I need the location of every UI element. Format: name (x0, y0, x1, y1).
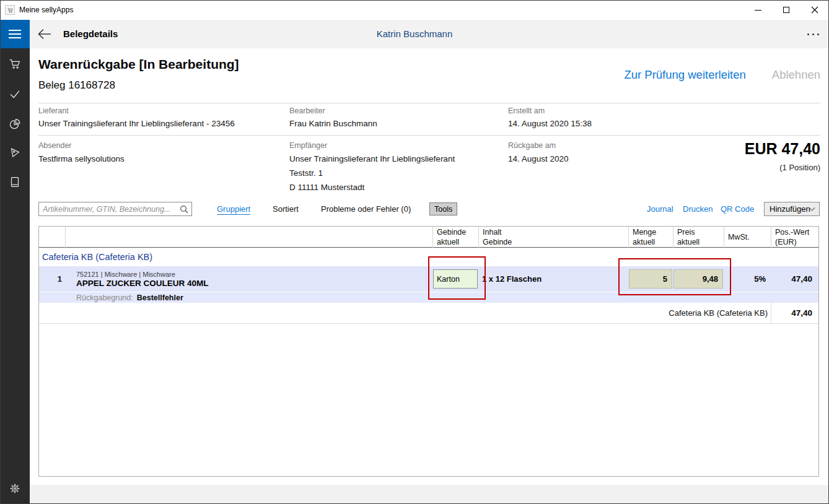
page-title: Belegdetails (63, 20, 118, 48)
sidebar-item-statistics[interactable] (7, 116, 22, 131)
sidebar-item-settings[interactable] (7, 481, 22, 496)
tag-icon (8, 146, 22, 160)
col-gebinde-aktuell: Gebinde aktuell (432, 227, 478, 248)
positions-table: Gebinde aktuell Inhalt Gebinde Menge akt… (38, 226, 819, 477)
field-label-erstellt-am: Erstellt am (508, 106, 545, 115)
pos-wert-value: 47,40 (771, 266, 818, 292)
field-value-rueckgabe-am: 14. August 2020 (508, 154, 569, 163)
app-bar: Belegdetails Katrin Buschmann (0, 20, 829, 48)
qr-code-link[interactable]: QR Code (721, 204, 754, 214)
group-header: Cafeteria KB (Cafeteria KB) (39, 248, 818, 266)
back-arrow-icon (37, 28, 52, 40)
pie-chart-icon (8, 117, 22, 131)
search-input[interactable] (39, 202, 175, 215)
summary-wert: 47,40 (771, 303, 818, 323)
search-icon[interactable] (180, 205, 188, 214)
more-options-button[interactable] (807, 30, 819, 38)
current-user-label: Katrin Buschmann (377, 20, 453, 48)
footer-strip (30, 485, 829, 504)
cart-icon (8, 57, 22, 71)
reason-value: Bestellfehler (137, 293, 183, 302)
close-button[interactable] (800, 0, 829, 20)
minimize-button[interactable] (743, 0, 772, 20)
row-position: 1 (39, 266, 65, 292)
article-search (38, 202, 192, 216)
document-title: Warenrückgabe [In Bearbeitung] (38, 57, 239, 72)
filter-gruppiert-tab[interactable]: Gruppiert (217, 204, 250, 215)
col-preis-aktuell: Preis aktuell (673, 227, 724, 248)
maximize-icon (783, 7, 789, 13)
document-number: Beleg 16168728 (38, 79, 115, 92)
table-header-row: Gebinde aktuell Inhalt Gebinde Menge akt… (39, 227, 818, 248)
book-icon (8, 175, 22, 189)
col-pos-wert: Pos.-Wert (EUR) (771, 227, 818, 248)
field-value-empfaenger-street: Teststr. 1 (289, 168, 323, 178)
field-value-lieferant: Unser Trainingslieferant Ihr Lieblingsli… (38, 119, 235, 128)
drucken-link[interactable]: Drucken (683, 204, 713, 214)
minimize-icon (755, 10, 761, 11)
article-name: APPEL ZUCKER COULEUR 40ML (76, 279, 209, 288)
tools-button[interactable]: Tools (429, 202, 457, 215)
field-label-lieferant: Lieferant (38, 106, 69, 115)
field-label-bearbeiter: Bearbeiter (289, 106, 325, 115)
col-mwst: MwSt. (724, 227, 771, 248)
article-meta: 752121 | Mischware | Mischware (76, 271, 175, 278)
hinzufuegen-dropdown-button[interactable]: Hinzufügen (764, 202, 820, 216)
filter-sortiert-tab[interactable]: Sortiert (273, 204, 299, 214)
table-row[interactable]: 1 752121 | Mischware | Mischware APPEL Z… (39, 266, 818, 292)
total-amount: EUR 47,40 (745, 140, 820, 158)
sidebar-item-offers[interactable] (7, 146, 22, 160)
hamburger-menu-button[interactable] (0, 20, 30, 48)
return-reason-row: Rückgabegrund: Bestellfehler (39, 292, 818, 303)
summary-group-label: Cafeteria KB (Cafeteria KB) (39, 303, 771, 323)
field-value-bearbeiter: Frau Katrin Buschmann (289, 119, 377, 128)
field-value-erstellt-am: 14. August 2020 15:38 (508, 119, 592, 128)
forward-for-review-link[interactable]: Zur Prüfung weiterleiten (624, 68, 745, 82)
field-value-empfaenger-city: D 11111 Musterstadt (289, 183, 364, 192)
menge-input[interactable]: 5 (629, 269, 672, 289)
field-label-rueckgabe-am: Rückgabe am (508, 141, 556, 150)
preis-input[interactable]: 9,48 (673, 269, 723, 289)
reason-label: Rückgabegrund: (76, 293, 133, 302)
back-button[interactable] (36, 27, 53, 41)
ellipsis-icon (807, 33, 809, 35)
hamburger-icon (9, 30, 21, 31)
title-bar: Meine sellyApps (0, 0, 829, 20)
field-value-absender: Testfirma sellysolutions (38, 154, 125, 163)
window-title: Meine sellyApps (19, 0, 73, 20)
mwst-value: 5% (724, 266, 771, 292)
check-icon (8, 87, 22, 101)
maximize-button[interactable] (772, 0, 800, 20)
inhalt-gebinde-value: 1 x 12 Flaschen (478, 266, 628, 292)
col-inhalt-gebinde: Inhalt Gebinde (478, 227, 628, 248)
app-icon (5, 5, 15, 15)
group-summary-row: Cafeteria KB (Cafeteria KB) 47,40 (39, 303, 818, 324)
field-value-empfaenger: Unser Trainingslieferant Ihr Lieblingsli… (289, 154, 455, 163)
close-icon (811, 6, 818, 14)
reject-link[interactable]: Ablehnen (772, 68, 820, 82)
sidebar (0, 48, 30, 504)
gebinde-input[interactable]: Karton (433, 269, 478, 289)
field-label-absender: Absender (38, 141, 72, 150)
col-menge-aktuell: Menge aktuell (628, 227, 673, 248)
sidebar-item-tasks[interactable] (7, 87, 22, 102)
sidebar-item-catalog[interactable] (7, 175, 22, 189)
divider (38, 103, 820, 103)
sidebar-item-cart[interactable] (7, 56, 22, 71)
journal-link[interactable]: Journal (647, 204, 673, 214)
field-label-empfaenger: Empfänger (289, 141, 327, 150)
gear-icon (8, 482, 22, 495)
filter-probleme-tab[interactable]: Probleme oder Fehler (0) (321, 204, 411, 214)
total-positions: (1 Position) (779, 163, 820, 172)
divider (38, 135, 820, 136)
